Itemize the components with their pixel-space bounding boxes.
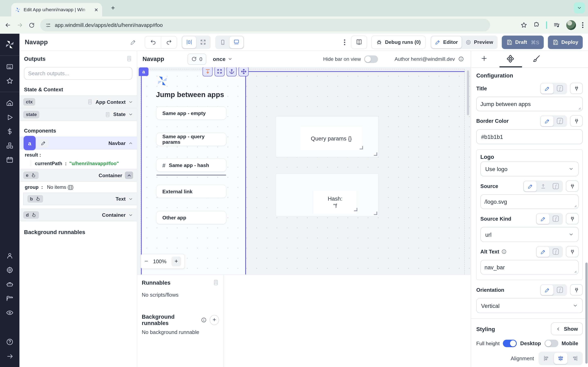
resize-handle-icon[interactable] xyxy=(373,152,377,156)
runnables-doc-icon[interactable] xyxy=(213,279,219,286)
textarea-resize-icon[interactable] xyxy=(573,269,577,273)
fx-icon[interactable]: f xyxy=(549,214,562,224)
sidebar-item-variables[interactable] xyxy=(0,124,20,139)
source-input[interactable]: /logo.svg xyxy=(480,194,579,209)
forward-icon[interactable] xyxy=(17,22,23,29)
debug-runs-button[interactable]: Debug runs (0) xyxy=(371,35,426,49)
chevron-down-icon[interactable] xyxy=(128,112,133,117)
url-bar[interactable]: app.windmill.dev/apps/edit/u/henri/navap… xyxy=(40,19,490,31)
windmill-logo-icon[interactable] xyxy=(0,38,20,52)
chevron-down-icon[interactable] xyxy=(128,212,133,217)
connect-plug-icon[interactable] xyxy=(566,246,579,257)
styling-show-button[interactable]: Show xyxy=(551,322,583,335)
ctx-row[interactable]: ctx App Context xyxy=(20,95,137,108)
undo-button[interactable] xyxy=(145,36,161,48)
browser-menu-icon[interactable] xyxy=(582,22,584,28)
component-row-container-d[interactable]: d Container xyxy=(20,209,137,221)
outputs-search[interactable] xyxy=(24,67,132,80)
refresh-counter[interactable]: 0 xyxy=(187,53,206,65)
static-pencil-icon[interactable] xyxy=(541,116,553,126)
tab-global-styling[interactable] xyxy=(523,55,550,63)
canvas-scrollbar[interactable] xyxy=(467,70,469,115)
reload-icon[interactable] xyxy=(29,22,35,28)
editor-tab[interactable]: Editor xyxy=(431,36,462,48)
static-pencil-icon[interactable] xyxy=(541,285,553,295)
query-params-card[interactable]: Query params {} xyxy=(276,116,379,157)
browser-tab[interactable]: Edit App u/henri/navapp | Win ✕ xyxy=(11,3,102,17)
connect-plug-icon[interactable] xyxy=(570,284,583,295)
state-row[interactable]: state State xyxy=(20,108,137,121)
fx-icon[interactable]: f xyxy=(553,116,566,126)
full-height-toggle[interactable] xyxy=(503,340,517,347)
align-center-icon[interactable] xyxy=(554,353,567,364)
resize-handle-icon[interactable] xyxy=(359,146,363,149)
fx-icon[interactable]: f xyxy=(553,83,566,94)
full-width-layout-button[interactable] xyxy=(196,36,210,48)
zoom-out-button[interactable]: − xyxy=(144,258,148,265)
component-row-navbar[interactable]: a Navbar xyxy=(20,137,137,149)
rename-pencil-icon[interactable] xyxy=(130,39,137,45)
chevron-down-icon[interactable] xyxy=(128,100,133,104)
nav-link-external[interactable]: External link xyxy=(156,185,226,198)
sidebar-item-folders[interactable] xyxy=(0,291,20,306)
orientation-select[interactable]: Vertical xyxy=(476,298,583,313)
anchor-icon[interactable] xyxy=(226,67,237,76)
sidebar-item-schedules[interactable] xyxy=(0,153,20,167)
media-queue-icon[interactable] xyxy=(553,22,560,29)
component-row-container-e[interactable]: e Container xyxy=(20,169,137,182)
title-input[interactable]: Jump between apps xyxy=(476,97,583,111)
align-right-icon[interactable] xyxy=(568,353,582,364)
move-icon[interactable] xyxy=(238,67,249,76)
chevron-up-icon[interactable] xyxy=(128,141,133,146)
hide-bar-toggle[interactable] xyxy=(364,55,378,63)
search-input[interactable] xyxy=(28,70,128,76)
sidebar-item-settings[interactable] xyxy=(0,263,20,277)
sidebar-item-resources[interactable] xyxy=(0,139,20,153)
deploy-button[interactable]: Deploy xyxy=(548,35,583,49)
connect-plug-icon[interactable] xyxy=(566,213,579,224)
mobile-toggle[interactable] xyxy=(544,340,558,347)
zoom-in-button[interactable]: + xyxy=(171,257,181,266)
sidebar-item-apps[interactable] xyxy=(0,59,20,74)
sidebar-item-users[interactable] xyxy=(0,249,20,263)
border-color-input[interactable]: #b1b1b1 xyxy=(476,129,583,144)
navbar-component[interactable]: Jump between apps Same app - empty Same … xyxy=(141,71,246,275)
chevron-down-icon[interactable] xyxy=(128,196,133,201)
more-menu-icon[interactable] xyxy=(342,39,347,45)
edit-id-pencil-icon[interactable] xyxy=(38,139,49,147)
static-pencil-icon[interactable] xyxy=(541,83,553,94)
static-pencil-icon[interactable] xyxy=(536,247,549,257)
draft-button[interactable]: Draft ⌘S xyxy=(502,35,544,49)
tab-insert-component[interactable] xyxy=(471,55,497,62)
new-tab-button[interactable]: + xyxy=(111,4,115,11)
panel-scrollbar[interactable] xyxy=(585,263,588,364)
resize-handle-icon[interactable] xyxy=(354,208,357,211)
add-background-runnable-button[interactable]: + xyxy=(210,315,219,325)
docs-button[interactable] xyxy=(351,35,367,49)
bookmark-star-icon[interactable] xyxy=(520,22,527,29)
sidebar-item-help[interactable] xyxy=(0,335,20,349)
sidebar-collapse-icon[interactable] xyxy=(0,349,20,363)
redo-button[interactable] xyxy=(161,36,177,48)
chevron-up-icon[interactable] xyxy=(125,171,133,179)
upload-icon[interactable] xyxy=(536,181,549,191)
centered-layout-button[interactable] xyxy=(182,36,196,48)
mobile-view-button[interactable] xyxy=(216,36,230,48)
query-params-text-component[interactable]: Query params {} xyxy=(300,127,362,150)
desktop-view-button[interactable] xyxy=(230,36,243,48)
use-logo-select[interactable]: Use logo xyxy=(480,161,579,176)
nav-link-same-app-query-params[interactable]: Same app - query params xyxy=(156,133,226,146)
selected-component-badge[interactable]: a xyxy=(139,67,149,76)
nav-link-same-app-hash[interactable]: # Same app - hash xyxy=(156,159,226,171)
nav-link-same-app-empty[interactable]: Same app - empty xyxy=(156,107,226,119)
profile-avatar[interactable] xyxy=(566,20,576,30)
outputs-doc-icon[interactable] xyxy=(126,55,132,62)
refresh-mode-dropdown[interactable]: once xyxy=(213,56,233,62)
preview-tab[interactable]: Preview xyxy=(462,36,497,48)
resize-handle-icon[interactable] xyxy=(373,211,377,215)
alt-text-input[interactable]: nav_bar xyxy=(480,260,579,275)
static-pencil-icon[interactable] xyxy=(536,214,549,224)
connect-plug-icon[interactable] xyxy=(570,115,583,127)
fx-icon[interactable]: f xyxy=(549,181,562,191)
fullscreen-icon[interactable] xyxy=(215,67,225,76)
